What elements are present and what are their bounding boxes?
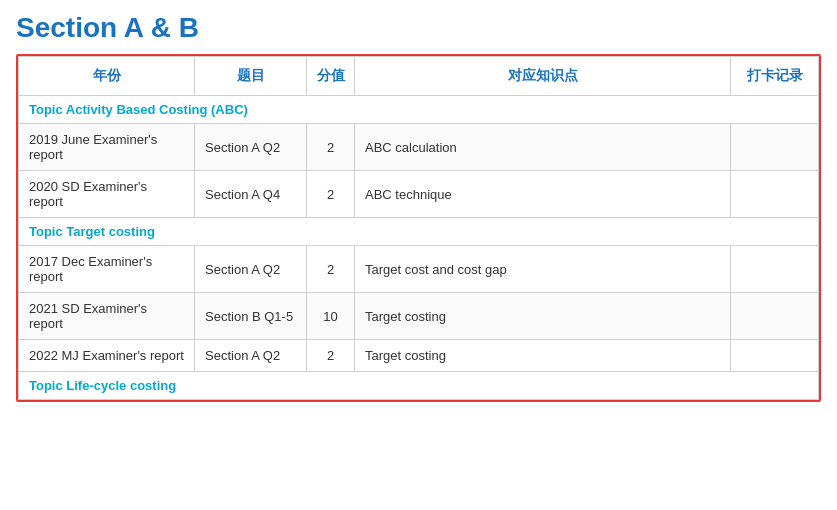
header-knowledge: 对应知识点 bbox=[355, 57, 731, 96]
main-table: 年份 题目 分值 对应知识点 打卡记录 Topic Activity Based… bbox=[18, 56, 819, 400]
topic-row: Topic Activity Based Costing (ABC) bbox=[19, 96, 819, 124]
cell-score: 10 bbox=[307, 293, 355, 340]
header-score: 分值 bbox=[307, 57, 355, 96]
cell-checkin bbox=[731, 171, 819, 218]
table-row: 2017 Dec Examiner's reportSection A Q22T… bbox=[19, 246, 819, 293]
cell-section: Section B Q1-5 bbox=[195, 293, 307, 340]
table-row: 2019 June Examiner's reportSection A Q22… bbox=[19, 124, 819, 171]
cell-knowledge: ABC calculation bbox=[355, 124, 731, 171]
cell-knowledge: ABC technique bbox=[355, 171, 731, 218]
cell-year: 2022 MJ Examiner's report bbox=[19, 340, 195, 372]
header-section: 题目 bbox=[195, 57, 307, 96]
cell-section: Section A Q4 bbox=[195, 171, 307, 218]
cell-year: 2017 Dec Examiner's report bbox=[19, 246, 195, 293]
cell-checkin bbox=[731, 124, 819, 171]
page-title: Section A & B bbox=[16, 12, 821, 44]
cell-checkin bbox=[731, 246, 819, 293]
cell-checkin bbox=[731, 293, 819, 340]
topic-label: Topic Activity Based Costing (ABC) bbox=[19, 96, 819, 124]
topic-label: Topic Target costing bbox=[19, 218, 819, 246]
topic-label: Topic Life-cycle costing bbox=[19, 372, 819, 400]
cell-score: 2 bbox=[307, 124, 355, 171]
cell-section: Section A Q2 bbox=[195, 124, 307, 171]
cell-section: Section A Q2 bbox=[195, 246, 307, 293]
cell-knowledge: Target costing bbox=[355, 293, 731, 340]
table-wrapper: 年份 题目 分值 对应知识点 打卡记录 Topic Activity Based… bbox=[16, 54, 821, 402]
topic-row: Topic Life-cycle costing bbox=[19, 372, 819, 400]
table-row: 2021 SD Examiner's reportSection B Q1-51… bbox=[19, 293, 819, 340]
cell-score: 2 bbox=[307, 171, 355, 218]
cell-score: 2 bbox=[307, 340, 355, 372]
cell-knowledge: Target costing bbox=[355, 340, 731, 372]
table-row: 2022 MJ Examiner's reportSection A Q22Ta… bbox=[19, 340, 819, 372]
cell-year: 2020 SD Examiner's report bbox=[19, 171, 195, 218]
cell-year: 2021 SD Examiner's report bbox=[19, 293, 195, 340]
page-container: Section A & B 年份 题目 分值 对应知识点 打卡记录 Topic … bbox=[0, 0, 837, 414]
cell-year: 2019 June Examiner's report bbox=[19, 124, 195, 171]
header-checkin: 打卡记录 bbox=[731, 57, 819, 96]
cell-checkin bbox=[731, 340, 819, 372]
table-row: 2020 SD Examiner's reportSection A Q42AB… bbox=[19, 171, 819, 218]
cell-score: 2 bbox=[307, 246, 355, 293]
cell-knowledge: Target cost and cost gap bbox=[355, 246, 731, 293]
cell-section: Section A Q2 bbox=[195, 340, 307, 372]
header-year: 年份 bbox=[19, 57, 195, 96]
topic-row: Topic Target costing bbox=[19, 218, 819, 246]
